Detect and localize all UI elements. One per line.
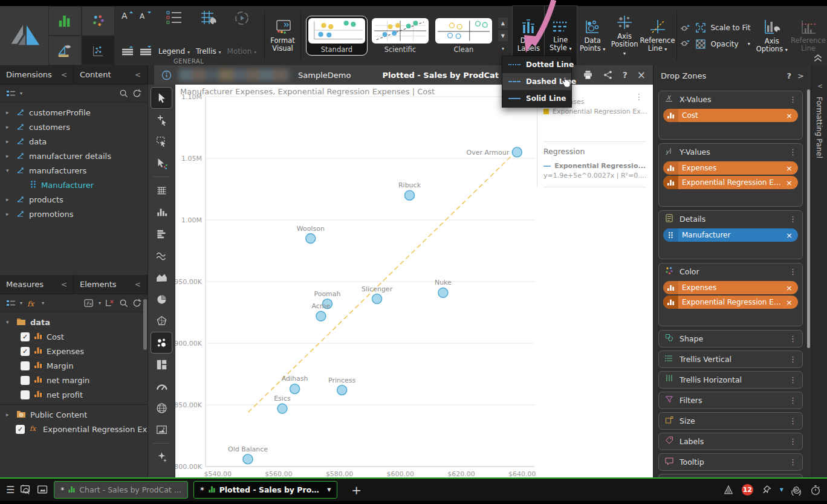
legend-item[interactable]: Exponential Regression Ex... <box>543 106 646 116</box>
data-point-adihash[interactable] <box>290 384 300 393</box>
caret-collapsed-icon[interactable]: ▸ <box>6 211 12 217</box>
public-content-item[interactable]: ▸Public Content <box>0 407 148 422</box>
drop-zone-trellis-horizontal[interactable]: Trellis Horizontal⋮ <box>658 371 803 389</box>
chip-expenses[interactable]: Expenses× <box>663 281 798 294</box>
preset-scroll-down-button[interactable]: ▼ <box>498 30 508 41</box>
info-icon[interactable] <box>161 70 172 80</box>
legend-menu-icon[interactable]: ⋮ <box>635 92 643 102</box>
drop-zone-menu-icon[interactable]: ⋮ <box>789 334 797 343</box>
collapse-measures-icon[interactable]: < <box>61 280 67 289</box>
smart-insights-tool-button[interactable] <box>151 447 172 467</box>
tree-view-icon[interactable] <box>6 299 16 308</box>
measure-item-Margin[interactable]: Margin <box>0 358 148 373</box>
drop-zone-trellis-vertical[interactable]: Trellis Vertical⋮ <box>658 351 803 368</box>
tree-item-manufacturer[interactable]: Manufacturer <box>0 178 148 192</box>
collapse-elements-icon[interactable]: < <box>135 280 141 289</box>
pointer-tool-button[interactable] <box>151 88 172 108</box>
drop-zones-collapse-icon[interactable]: > <box>797 71 804 80</box>
preset-standard[interactable]: Standard <box>306 16 367 55</box>
pyramid-status-icon[interactable] <box>723 485 734 495</box>
data-point-princess[interactable] <box>337 386 347 395</box>
trellis-dropdown[interactable]: Trellis ▾ <box>196 10 221 56</box>
dimensions-tab[interactable]: Dimensions< <box>0 65 74 85</box>
tree-item-customers[interactable]: ▸customers <box>0 120 148 134</box>
checkbox-unchecked[interactable] <box>21 361 30 370</box>
tree-item-promotions[interactable]: ▸promotions <box>0 207 148 221</box>
add-point-tool-button[interactable] <box>151 109 172 130</box>
data-point-old-balance[interactable] <box>243 454 253 464</box>
tree-item-customerprofile[interactable]: ▸customerProfile <box>0 105 148 120</box>
slide-layout-icon[interactable] <box>37 485 48 495</box>
measure-item-Expenses[interactable]: ✓Expenses <box>0 344 148 358</box>
checkbox-checked[interactable]: ✓ <box>16 425 25 434</box>
menu-item-dashed-line[interactable]: Dashed Line <box>502 73 571 90</box>
row-height-increase-icon[interactable] <box>121 46 134 56</box>
search-icon[interactable] <box>119 89 128 98</box>
refresh-icon[interactable] <box>132 299 141 308</box>
drop-zone-y-values[interactable]: yY-Values⋮Expenses×Exponential Regressio… <box>658 143 803 207</box>
legend-dropdown[interactable]: Legend ▾ <box>158 10 190 56</box>
formula-box-caret[interactable]: ▾ <box>99 300 101 306</box>
data-point-esics[interactable] <box>277 404 287 413</box>
drop-zone-menu-icon[interactable]: ⋮ <box>789 396 797 405</box>
caret-collapsed-icon[interactable]: ▸ <box>6 153 12 159</box>
tree-item-data[interactable]: ▸data <box>0 134 148 149</box>
caret-collapsed-icon[interactable]: ▸ <box>6 124 12 130</box>
chip-exponential-regression-expens-[interactable]: Exponential Regression Expens...× <box>663 296 798 309</box>
measures-scrollbar[interactable] <box>143 299 147 350</box>
tree-view-caret[interactable]: ▾ <box>20 91 22 96</box>
checkbox-checked[interactable]: ✓ <box>21 347 30 356</box>
regression-trend-line[interactable] <box>248 149 519 413</box>
hbar-visual-button[interactable] <box>151 224 172 244</box>
collapse-dimensions-icon[interactable]: < <box>61 71 67 79</box>
line-chart-visual-button[interactable] <box>151 245 172 266</box>
data-point-woolson[interactable] <box>306 234 316 244</box>
measure-item-net-profit[interactable]: net profit <box>0 387 148 402</box>
formatting-panel-tab[interactable]: < Formatting Panel <box>811 65 827 477</box>
scatter-color-quick-button[interactable] <box>82 6 115 36</box>
preset-scroll-up-button[interactable]: ▲ <box>498 18 508 28</box>
scatter-visual-button[interactable] <box>151 332 172 353</box>
drop-zone-color[interactable]: Color⋮Expenses×Exponential Regression Ex… <box>658 263 803 326</box>
data-point-slicenger[interactable] <box>372 294 382 304</box>
bottom-tab-active[interactable]: *Plotted - Sales by ProdCat (Co...▼ <box>193 481 337 499</box>
font-increase-icon[interactable]: A <box>121 10 134 22</box>
drop-zone-details[interactable]: Details⋮Manufacturer× <box>658 210 803 259</box>
menu-item-solid-line[interactable]: Solid Line <box>502 90 571 107</box>
chip-remove-icon[interactable]: × <box>785 164 798 173</box>
drop-zone-size[interactable]: Size⋮ <box>658 412 803 430</box>
formula-box-icon[interactable]: F <box>84 299 94 308</box>
area-chart-visual-button[interactable] <box>151 267 172 288</box>
bottom-tab-inactive[interactable]: *Chart - Sales by ProdCat (Color Fill) <box>54 481 188 499</box>
refresh-icon[interactable] <box>132 89 141 98</box>
tree-view-caret[interactable]: ▾ <box>20 300 22 306</box>
data-point-nuke[interactable] <box>438 288 448 297</box>
caret-collapsed-icon[interactable]: ▸ <box>6 109 12 115</box>
drop-zone-tooltip[interactable]: Tooltip⋮ <box>658 453 803 471</box>
map-visual-button[interactable] <box>151 398 172 418</box>
checkbox-unchecked[interactable] <box>21 390 30 399</box>
drop-zones-scrollbar[interactable] <box>807 89 810 348</box>
measure-item-Cost[interactable]: ✓Cost <box>0 329 148 344</box>
decrease-point-size-icon[interactable] <box>679 39 690 48</box>
drop-zone-labels[interactable]: Labels⋮ <box>658 433 803 450</box>
notification-badge[interactable]: 12 <box>742 484 753 496</box>
menu-item-dotted-line[interactable]: Dotted Line <box>502 56 571 73</box>
drop-zone-menu-icon[interactable]: ⋮ <box>789 215 797 224</box>
data-point-ribuck[interactable] <box>404 190 414 200</box>
axis-position-button[interactable]: Axis Position ▾ <box>609 6 641 65</box>
hamburger-menu-icon[interactable]: ☰ <box>6 484 15 496</box>
drop-zone-filters[interactable]: Filters⋮ <box>658 392 803 409</box>
spiral-icon[interactable] <box>791 485 802 496</box>
measure-tools-quick-button[interactable] <box>48 36 82 65</box>
fx-formula-icon[interactable]: fx <box>27 299 37 308</box>
marquee-select-tool-button[interactable] <box>151 131 172 152</box>
pyramid-logo[interactable] <box>0 6 48 65</box>
checkbox-unchecked[interactable] <box>21 376 30 385</box>
measures-folder-data[interactable]: ▾data <box>0 315 148 329</box>
custom-visual-button[interactable] <box>151 419 172 440</box>
pin-caret[interactable]: ▼ <box>780 487 783 493</box>
drop-zone-shape[interactable]: Shape⋮ <box>658 330 803 347</box>
pin-icon[interactable] <box>761 485 772 495</box>
bar-chart-quick-button[interactable] <box>48 6 82 36</box>
